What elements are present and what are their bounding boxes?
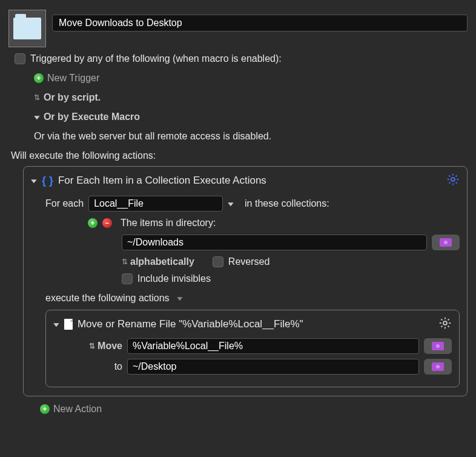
by-execute-macro-label[interactable]: Or by Execute Macro [44,112,140,122]
svg-point-0 [451,178,455,181]
move-destination-input[interactable] [127,359,419,375]
braces-icon: { } [42,175,53,187]
updown-icon: ⇅ [122,258,128,265]
folder-picker-icon [432,342,444,350]
folder-picker-icon [440,238,452,247]
choose-folder-button[interactable] [432,235,460,250]
move-label: Move [98,341,122,352]
action-settings-button[interactable] [438,316,452,332]
gear-icon [438,316,452,330]
add-action-button[interactable]: + [40,404,50,414]
choose-source-button[interactable] [424,338,452,354]
by-script-label[interactable]: Or by script. [44,92,101,103]
triggers-enabled-checkbox[interactable] [15,53,25,64]
foreach-title: For Each Item in a Collection Execute Ac… [58,175,266,187]
directory-path-input[interactable] [122,235,427,250]
gear-icon [446,173,460,186]
new-action-label: New Action [53,404,102,415]
remove-collection-button[interactable]: − [102,218,112,228]
folder-icon [13,18,41,39]
action-settings-button[interactable] [446,173,460,188]
foreach-action-card: ▼ { } For Each Item in a Collection Exec… [23,166,468,396]
web-server-note: Or via the web server but all remote acc… [34,131,468,142]
move-action-title: Move or Rename File "%Variable%Local__Fi… [78,318,303,330]
reversed-checkbox[interactable] [213,256,223,267]
move-type-select[interactable]: ⇅ Move [68,341,122,352]
move-source-input[interactable] [127,338,419,354]
macro-title-input[interactable] [52,15,468,32]
macro-icon[interactable] [8,10,46,47]
reversed-label: Reversed [228,256,269,267]
updown-icon[interactable]: ⇅ [34,94,40,101]
chevron-down-icon[interactable]: ▼ [175,295,185,302]
folder-picker-icon [432,362,444,371]
items-in-directory-label: The items in directory: [121,218,216,228]
svg-point-1 [443,321,447,325]
for-each-label: For each [45,198,84,209]
in-these-label: in these collections: [245,198,329,209]
foreach-variable-input[interactable] [88,196,223,212]
triggers-header: Triggered by any of the following (when … [30,53,282,64]
actions-header: Will execute the following actions: [11,150,468,161]
execute-actions-label: execute the following actions [45,293,170,304]
disclosure-toggle[interactable]: ▼ [51,321,61,328]
move-action-card: ▼ Move or Rename File "%Variable%Local__… [45,310,460,387]
add-collection-button[interactable]: + [88,218,98,228]
variable-dropdown-icon[interactable]: ▼ [226,201,236,207]
add-trigger-button[interactable]: + [34,73,44,83]
disclosure-toggle[interactable]: ▼ [29,178,39,184]
sort-label: alphabetically [130,256,194,267]
sort-order-select[interactable]: ⇅ alphabetically [122,256,194,267]
new-trigger-label: New Trigger [47,73,99,84]
include-invisibles-checkbox[interactable] [122,273,133,284]
updown-icon: ⇅ [89,342,95,350]
chevron-down-icon[interactable]: ▼ [32,114,42,121]
to-label: to [68,361,122,372]
choose-destination-button[interactable] [424,359,452,375]
include-invisibles-label: Include invisibles [137,273,211,284]
file-icon [64,319,73,330]
